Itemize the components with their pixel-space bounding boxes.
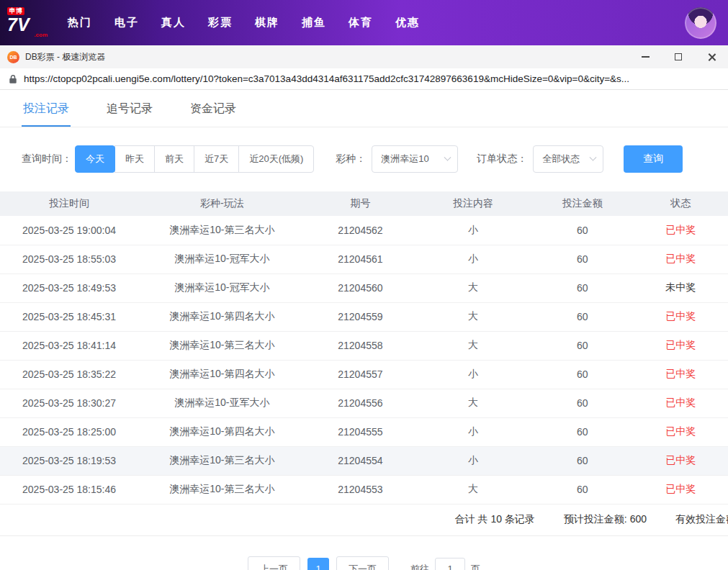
lottery-select[interactable]: 澳洲幸运10 — [372, 145, 458, 173]
tab-fund-records[interactable]: 资金记录 — [189, 90, 238, 127]
table-row[interactable]: 2025-03-25 18:15:46澳洲幸运10-第三名大小21204553大… — [0, 475, 728, 504]
search-button[interactable]: 查询 — [624, 145, 683, 173]
time-filter-option[interactable]: 近7天 — [194, 145, 239, 173]
cell-status: 已中奖 — [634, 302, 728, 331]
cell-content: 小 — [415, 417, 531, 446]
cell-amount: 60 — [531, 273, 634, 302]
order-status-select[interactable]: 全部状态 — [533, 145, 603, 173]
nav-item[interactable]: 电子 — [114, 16, 139, 30]
table-header: 投注时间 彩种-玩法 期号 投注内容 投注金额 状态 — [0, 191, 728, 216]
cell-amount: 60 — [531, 331, 634, 360]
cell-bet-time: 2025-03-25 18:49:53 — [0, 273, 138, 302]
goto-page-suffix: 页 — [471, 563, 480, 570]
cell-bet-time: 2025-03-25 18:19:53 — [0, 446, 138, 475]
cell-bet-time: 2025-03-25 18:35:22 — [0, 360, 138, 389]
cell-issue: 21204562 — [306, 216, 415, 245]
time-filter-option[interactable]: 昨天 — [114, 145, 155, 173]
tab-chase-records[interactable]: 追号记录 — [105, 90, 154, 127]
cell-status: 已中奖 — [634, 216, 728, 245]
site-logo[interactable]: 申博 7V .com — [7, 7, 48, 38]
table-row[interactable]: 2025-03-25 18:35:22澳洲幸运10-第四名大小21204557小… — [0, 360, 728, 389]
cell-amount: 60 — [531, 360, 634, 389]
window-controls — [629, 45, 728, 68]
cell-amount: 60 — [531, 389, 634, 417]
col-bet-time: 投注时间 — [0, 191, 138, 216]
nav-item[interactable]: 热门 — [68, 16, 92, 30]
page-number-current[interactable]: 1 — [307, 558, 329, 570]
table-row[interactable]: 2025-03-25 18:55:03澳洲幸运10-冠军大小21204561小6… — [0, 245, 728, 273]
table-row[interactable]: 2025-03-25 18:41:14澳洲幸运10-第三名大小21204558大… — [0, 331, 728, 360]
browser-favicon-icon: DB — [7, 51, 19, 63]
tab-bet-records[interactable]: 投注记录 — [22, 90, 71, 127]
col-content: 投注内容 — [415, 191, 531, 216]
cell-game-play: 澳洲幸运10-第三名大小 — [138, 331, 306, 360]
cell-status: 未中奖 — [634, 273, 728, 302]
cell-game-play: 澳洲幸运10-第四名大小 — [138, 360, 306, 389]
cell-status: 已中奖 — [634, 417, 728, 446]
maximize-icon — [675, 53, 682, 60]
cell-status: 已中奖 — [634, 446, 728, 475]
cell-bet-time: 2025-03-25 18:30:27 — [0, 389, 138, 417]
time-filter-option[interactable]: 近20天(低频) — [238, 145, 314, 173]
summary-total: 合计 共 10 条记录 — [455, 513, 535, 526]
cell-status: 已中奖 — [634, 245, 728, 273]
user-avatar[interactable] — [685, 7, 716, 39]
screen: 申博 7V .com 热门电子真人彩票棋牌捕鱼体育优惠 DB DB彩票 - 极速… — [0, 0, 728, 570]
goto-label: 前往 — [410, 563, 429, 570]
cell-issue: 21204555 — [306, 417, 415, 446]
table-row[interactable]: 2025-03-25 18:19:53澳洲幸运10-第三名大小21204554小… — [0, 446, 728, 475]
order-status-label: 订单状态： — [477, 153, 527, 166]
next-page-button[interactable]: 下一页 — [336, 556, 389, 570]
cell-bet-time: 2025-03-25 18:25:00 — [0, 417, 138, 446]
table-row[interactable]: 2025-03-25 18:30:27澳洲幸运10-亚军大小21204556大6… — [0, 389, 728, 417]
prev-page-button[interactable]: 上一页 — [248, 556, 300, 570]
nav-item[interactable]: 彩票 — [208, 16, 233, 30]
maximize-button[interactable] — [662, 45, 695, 68]
cell-issue: 21204558 — [306, 331, 415, 360]
nav-item[interactable]: 体育 — [349, 16, 373, 30]
cell-content: 小 — [415, 216, 531, 245]
nav-item[interactable]: 捕鱼 — [302, 16, 326, 30]
nav-item[interactable]: 优惠 — [395, 16, 420, 30]
cell-content: 大 — [415, 273, 531, 302]
cell-game-play: 澳洲幸运10-第三名大小 — [138, 216, 306, 245]
cell-issue: 21204560 — [306, 273, 415, 302]
table-row[interactable]: 2025-03-25 19:00:04澳洲幸运10-第三名大小21204562小… — [0, 216, 728, 245]
cell-amount: 60 — [531, 302, 634, 331]
table-row[interactable]: 2025-03-25 18:45:31澳洲幸运10-第四名大小21204559大… — [0, 302, 728, 331]
lottery-select-value: 澳洲幸运10 — [381, 153, 428, 166]
cell-content: 大 — [415, 475, 531, 504]
address-bar[interactable]: https://ctopcp02pcali.uengi5e.com/lotter… — [0, 68, 728, 90]
cell-bet-time: 2025-03-25 18:41:14 — [0, 331, 138, 360]
col-amount: 投注金额 — [531, 191, 634, 216]
nav-item[interactable]: 真人 — [161, 16, 186, 30]
cell-game-play: 澳洲幸运10-冠军大小 — [138, 245, 306, 273]
order-status-value: 全部状态 — [542, 153, 580, 166]
minimize-button[interactable] — [629, 45, 662, 68]
table-row[interactable]: 2025-03-25 18:49:53澳洲幸运10-冠军大小21204560大6… — [0, 273, 728, 302]
cell-game-play: 澳洲幸运10-第四名大小 — [138, 302, 306, 331]
nav-item[interactable]: 棋牌 — [255, 16, 279, 30]
time-filter-option[interactable]: 今天 — [75, 145, 115, 173]
cell-amount: 60 — [531, 417, 634, 446]
cell-content: 小 — [415, 446, 531, 475]
cell-bet-time: 2025-03-25 18:45:31 — [0, 302, 138, 331]
cell-game-play: 澳洲幸运10-第三名大小 — [138, 475, 306, 504]
time-filter-option[interactable]: 前天 — [154, 145, 194, 173]
cell-content: 大 — [415, 389, 531, 417]
cell-game-play: 澳洲幸运10-冠军大小 — [138, 273, 306, 302]
cell-status: 已中奖 — [634, 475, 728, 504]
goto-page-input[interactable] — [435, 558, 465, 570]
cell-content: 小 — [415, 360, 531, 389]
pagination: 上一页 1 下一页 前往 页 — [0, 556, 728, 570]
record-tabs: 投注记录 追号记录 资金记录 — [0, 90, 728, 127]
time-filter-label: 查询时间： — [22, 153, 72, 166]
table-row[interactable]: 2025-03-25 18:25:00澳洲幸运10-第四名大小21204555小… — [0, 417, 728, 446]
chevron-down-icon — [590, 153, 597, 160]
cell-game-play: 澳洲幸运10-第三名大小 — [138, 446, 306, 475]
close-icon — [707, 53, 716, 62]
cell-amount: 60 — [531, 216, 634, 245]
summary-expected-amount: 预计投注金额: 600 — [564, 513, 647, 526]
main-menu: 热门电子真人彩票棋牌捕鱼体育优惠 — [68, 16, 685, 30]
close-button[interactable] — [695, 45, 728, 68]
